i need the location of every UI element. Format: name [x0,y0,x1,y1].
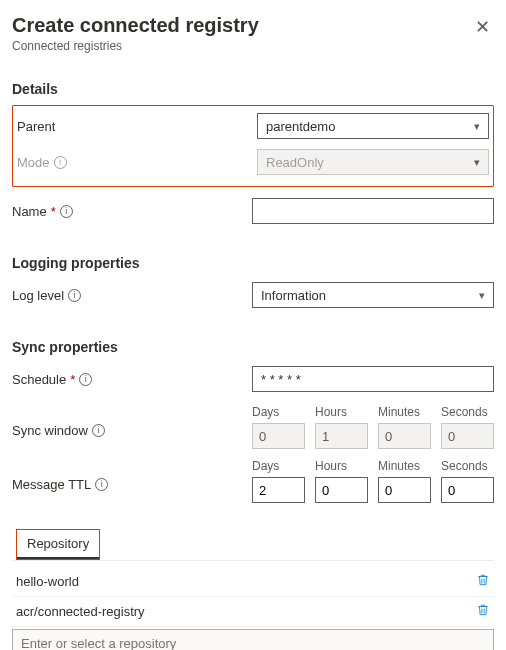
info-icon[interactable]: i [68,289,81,302]
repo-name: hello-world [16,574,79,589]
hdr-hours: Hours [315,405,368,419]
messagettl-minutes[interactable] [378,477,431,503]
repo-name: acr/connected-registry [16,604,145,619]
page-title: Create connected registry [12,14,259,37]
page-subtitle: Connected registries [12,39,259,53]
syncwindow-grid: Days Hours Minutes Seconds [252,405,494,449]
info-icon[interactable]: i [54,156,67,169]
chevron-down-icon: ▾ [474,120,480,133]
loglevel-select[interactable]: Information ▾ [252,282,494,308]
hdr-minutes: Minutes [378,405,431,419]
required-marker: * [70,372,75,387]
label-loglevel: Log level [12,288,64,303]
syncwindow-days [252,423,305,449]
hdr-seconds: Seconds [441,405,494,419]
tab-highlight: Repository [16,529,100,560]
syncwindow-minutes [378,423,431,449]
label-syncwindow: Sync window [12,423,88,438]
info-icon[interactable]: i [92,424,105,437]
tab-repository[interactable]: Repository [17,530,99,559]
hdr-minutes: Minutes [378,459,431,473]
info-icon[interactable]: i [95,478,108,491]
chevron-down-icon: ▾ [474,156,480,169]
delete-icon[interactable] [476,603,490,620]
hdr-hours: Hours [315,459,368,473]
parent-value: parentdemo [266,119,335,134]
hdr-days: Days [252,405,305,419]
label-schedule: Schedule [12,372,66,387]
close-icon[interactable]: ✕ [471,14,494,40]
messagettl-grid: Days Hours Minutes Seconds [252,459,494,503]
hdr-seconds: Seconds [441,459,494,473]
info-icon[interactable]: i [60,205,73,218]
messagettl-days[interactable] [252,477,305,503]
schedule-input[interactable] [252,366,494,392]
mode-value: ReadOnly [266,155,324,170]
repo-row: acr/connected-registry [12,597,494,627]
syncwindow-hours [315,423,368,449]
info-icon[interactable]: i [79,373,92,386]
syncwindow-seconds [441,423,494,449]
delete-icon[interactable] [476,573,490,590]
label-messagettl: Message TTL [12,477,91,492]
repo-input[interactable] [12,629,494,650]
hdr-days: Days [252,459,305,473]
label-mode: Mode [17,155,50,170]
section-details: Details [12,81,494,97]
messagettl-hours[interactable] [315,477,368,503]
section-logging: Logging properties [12,255,494,271]
repository-list: hello-world acr/connected-registry [12,567,494,650]
mode-select: ReadOnly ▾ [257,149,489,175]
loglevel-value: Information [261,288,326,303]
label-parent: Parent [17,119,55,134]
parent-select[interactable]: parentdemo ▾ [257,113,489,139]
label-name: Name [12,204,47,219]
name-input[interactable] [252,198,494,224]
required-marker: * [51,204,56,219]
details-highlight: Parent parentdemo ▾ Mode i ReadOnly ▾ [12,105,494,187]
repo-row: hello-world [12,567,494,597]
chevron-down-icon: ▾ [479,289,485,302]
section-sync: Sync properties [12,339,494,355]
messagettl-seconds[interactable] [441,477,494,503]
